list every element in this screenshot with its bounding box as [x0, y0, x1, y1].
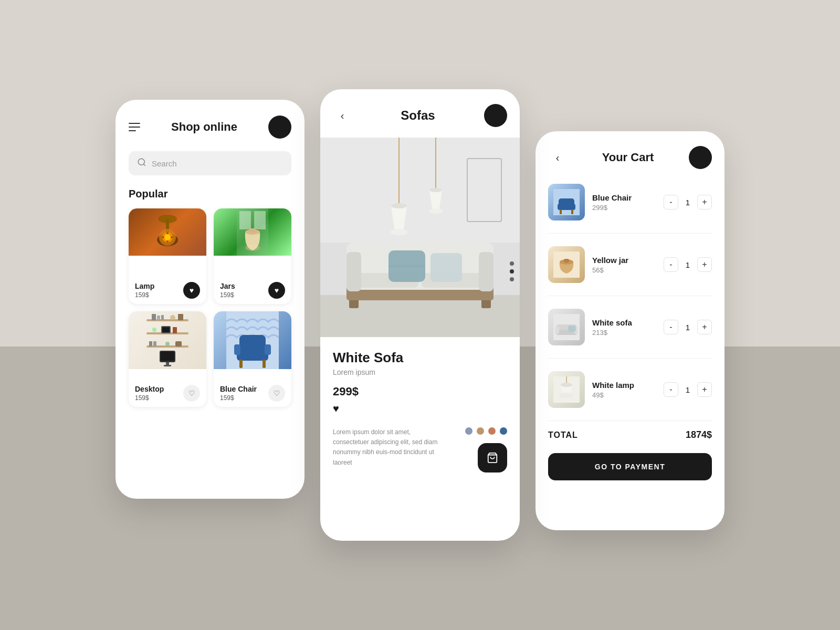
cart-white-lamp-price: 49$: [592, 391, 656, 399]
sofa-title: Sofas: [401, 108, 435, 123]
svg-point-52: [391, 229, 407, 235]
cart-white-sofa-plus[interactable]: +: [697, 320, 712, 334]
cart-white-lamp-plus[interactable]: +: [697, 382, 712, 397]
blue-chair-text: Blue Chair 159$: [220, 385, 257, 402]
svg-rect-42: [262, 360, 266, 368]
svg-point-7: [164, 234, 171, 240]
jars-info: Jars 159$ ♥: [214, 277, 291, 304]
color-dot-2[interactable]: [477, 427, 484, 435]
cart-blue-chair-price: 299$: [592, 204, 656, 212]
divider-3: [548, 358, 712, 359]
desktop-name: Desktop: [135, 385, 164, 393]
svg-rect-67: [430, 253, 462, 282]
svg-point-68: [510, 261, 514, 266]
svg-line-1: [143, 164, 145, 165]
cart-white-sofa-img: [548, 309, 585, 345]
cart-item-yellow-jar: Yellow jar 56$ - 1 +: [548, 246, 712, 283]
total-label: TOTAL: [548, 430, 578, 440]
product-card-desktop[interactable]: Desktop 159$ ♡: [129, 311, 206, 407]
svg-rect-76: [571, 209, 573, 214]
sofa-product-price: 299$: [333, 385, 507, 398]
sofa-avatar[interactable]: [484, 104, 507, 127]
sofa-lorem-section: Lorem ipsum dolor sit amet, consectetuer…: [333, 427, 465, 468]
cart-blue-chair-minus[interactable]: -: [664, 195, 678, 209]
color-dot-3[interactable]: [488, 427, 496, 435]
svg-rect-75: [560, 209, 562, 214]
screen-sofas: ‹ Sofas: [320, 89, 520, 541]
svg-point-9: [171, 236, 173, 238]
cart-white-sofa-minus[interactable]: -: [664, 320, 678, 334]
jars-image: [214, 208, 291, 256]
hamburger-menu[interactable]: [129, 123, 140, 131]
sofa-header: ‹ Sofas: [320, 89, 520, 138]
color-dot-1[interactable]: [465, 427, 472, 435]
cart-header: ‹ Your Cart: [548, 146, 712, 169]
shop-header: Shop online: [129, 116, 291, 139]
sofa-product-info: White Sofa Lorem ipsum 299$ ♥: [320, 337, 520, 423]
blue-chair-info: Blue Chair 159$ ♡: [214, 380, 291, 407]
search-placeholder: Search: [152, 159, 177, 168]
svg-rect-25: [178, 314, 183, 320]
svg-rect-83: [555, 326, 559, 334]
svg-rect-43: [234, 344, 240, 355]
svg-rect-22: [157, 316, 160, 320]
svg-rect-17: [249, 228, 256, 233]
product-card-jars[interactable]: Jars 159$ ♥: [214, 208, 291, 304]
cart-blue-chair-qty-num: 1: [684, 198, 692, 207]
desktop-image: [129, 311, 206, 369]
cart-blue-chair-name: Blue Chair: [592, 193, 656, 202]
blue-chair-image-wrap: [214, 311, 291, 380]
product-card-blue-chair[interactable]: Blue Chair 159$ ♡: [214, 311, 291, 407]
svg-rect-35: [161, 352, 174, 361]
svg-rect-44: [265, 344, 271, 355]
svg-rect-14: [254, 211, 266, 229]
svg-rect-46: [320, 138, 520, 243]
back-button[interactable]: ‹: [333, 106, 352, 125]
cart-avatar[interactable]: [689, 146, 712, 169]
cart-blue-chair-info: Blue Chair 299$: [592, 193, 656, 212]
total-amount: 1874$: [686, 429, 712, 440]
cart-white-lamp-minus[interactable]: -: [664, 382, 678, 397]
svg-point-70: [510, 277, 514, 281]
desktop-heart-btn[interactable]: ♡: [183, 385, 200, 402]
lamp-image: [129, 208, 206, 256]
search-bar[interactable]: Search: [129, 151, 291, 175]
sofa-actions: [465, 427, 507, 472]
color-dot-4[interactable]: [500, 427, 507, 435]
svg-point-54: [429, 188, 442, 192]
user-avatar[interactable]: [268, 116, 291, 139]
svg-point-24: [170, 315, 175, 320]
svg-rect-85: [568, 326, 576, 332]
jars-image-wrap: [214, 208, 291, 277]
divider-1: [548, 233, 712, 234]
svg-point-90: [559, 393, 574, 398]
sofa-heart-btn[interactable]: ♥: [333, 403, 507, 415]
sofa-bottom-area: Lorem ipsum dolor sit amet, consectetuer…: [320, 423, 520, 485]
cart-yellow-jar-qty-num: 1: [684, 260, 692, 269]
cart-yellow-jar-plus[interactable]: +: [697, 257, 712, 272]
blue-chair-heart-btn[interactable]: ♡: [268, 385, 285, 402]
cart-white-sofa-name: White sofa: [592, 318, 656, 327]
lamp-price: 159$: [135, 291, 154, 299]
desktop-image-wrap: [129, 311, 206, 380]
cart-yellow-jar-minus[interactable]: -: [664, 257, 678, 272]
desktop-text: Desktop 159$: [135, 385, 164, 402]
product-card-lamp[interactable]: Lamp 159$ ♥: [129, 208, 206, 304]
cart-blue-chair-plus[interactable]: +: [697, 195, 712, 209]
go-to-payment-button[interactable]: GO TO PAYMENT: [548, 453, 712, 480]
jars-heart-btn[interactable]: ♥: [268, 282, 285, 299]
cart-back-button[interactable]: ‹: [548, 148, 567, 167]
jars-text: Jars 159$: [220, 282, 235, 299]
svg-rect-23: [161, 315, 164, 320]
cart-white-sofa-info: White sofa 213$: [592, 318, 656, 337]
svg-point-26: [152, 328, 156, 332]
cart-yellow-jar-name: Yellow jar: [592, 256, 656, 265]
svg-point-8: [162, 236, 164, 238]
divider-2: [548, 296, 712, 296]
lamp-heart-btn[interactable]: ♥: [183, 282, 200, 299]
svg-point-32: [165, 342, 170, 346]
svg-point-11: [166, 240, 169, 243]
products-grid: Lamp 159$ ♥: [129, 208, 291, 407]
add-to-cart-button[interactable]: [478, 443, 507, 472]
cart-blue-chair-qty: - 1 +: [664, 195, 712, 209]
